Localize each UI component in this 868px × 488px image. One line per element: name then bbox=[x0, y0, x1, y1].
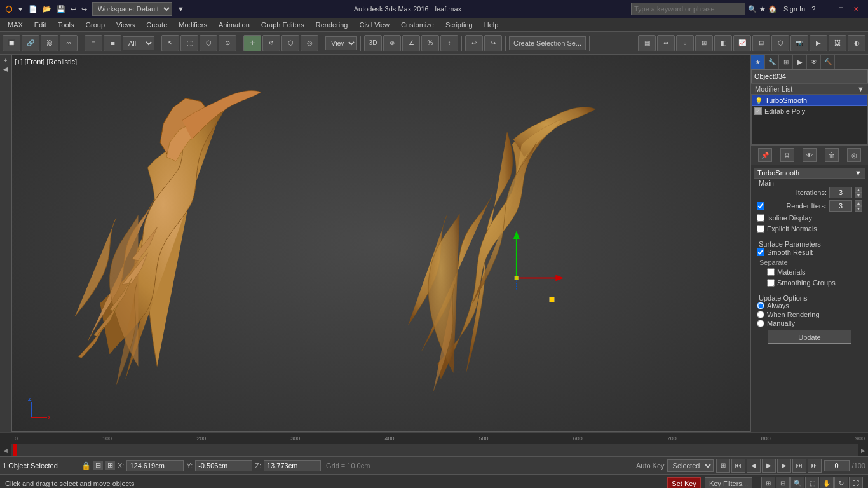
tab-create[interactable]: ★ bbox=[751, 55, 765, 69]
select-tool-btn[interactable]: ↖ bbox=[161, 35, 179, 51]
menu-tools[interactable]: Tools bbox=[53, 20, 79, 30]
nav-pan[interactable]: ✋ bbox=[820, 477, 834, 489]
menu-graph-editors[interactable]: Graph Editors bbox=[256, 20, 309, 30]
smoothing-groups-checkbox[interactable] bbox=[767, 279, 775, 287]
play-btn[interactable]: ▶ bbox=[762, 459, 776, 473]
set-key-btn[interactable]: Set Key bbox=[667, 477, 701, 489]
configure-btn[interactable]: ⚙ bbox=[780, 148, 794, 162]
star-icon[interactable]: ★ bbox=[759, 5, 766, 13]
z-coord-input[interactable] bbox=[264, 460, 321, 471]
undo-icon[interactable]: ↩ bbox=[71, 5, 76, 13]
pin-btn[interactable]: 📌 bbox=[758, 148, 772, 162]
undo-scene-btn[interactable]: ↩ bbox=[465, 35, 483, 51]
curve-editor-btn[interactable]: 📈 bbox=[733, 35, 751, 51]
nav-zoom-region[interactable]: ⬚ bbox=[805, 477, 819, 489]
smooth-result-checkbox[interactable] bbox=[757, 248, 764, 256]
freeform-btn[interactable]: ⬡ bbox=[200, 35, 217, 51]
timeline-expand[interactable]: ◀ bbox=[3, 447, 8, 454]
modifier-editable-poly[interactable]: ✓ Editable Poly bbox=[752, 106, 867, 116]
snap-toggle-btn[interactable]: ⊕ bbox=[383, 35, 401, 51]
filter-dropdown[interactable]: All bbox=[123, 36, 154, 50]
tab-utilities[interactable]: 🔨 bbox=[821, 55, 835, 69]
menu-rendering[interactable]: Rendering bbox=[311, 20, 353, 30]
select-object-btn[interactable]: 🔲 bbox=[3, 35, 20, 51]
search-input[interactable] bbox=[631, 3, 745, 15]
ts-collapse-icon[interactable]: ▼ bbox=[855, 169, 862, 177]
next-frame-btn[interactable]: ⏭ bbox=[792, 459, 806, 473]
materials-checkbox[interactable] bbox=[767, 268, 775, 276]
frame-input[interactable] bbox=[824, 460, 850, 471]
left-tool-1[interactable]: + bbox=[4, 57, 8, 64]
tab-motion[interactable]: ▶ bbox=[793, 55, 807, 69]
iterations-spinner[interactable]: ▲ ▼ bbox=[855, 187, 862, 198]
hierarchy-btn[interactable]: ⊞ bbox=[695, 35, 713, 51]
named-selection-btn[interactable]: ▦ bbox=[638, 35, 656, 51]
timeline-track[interactable] bbox=[11, 444, 858, 456]
tab-hierarchy[interactable]: ⊞ bbox=[779, 55, 793, 69]
paint-select-btn[interactable]: ⊙ bbox=[219, 35, 236, 51]
key-mode-btn[interactable]: ⊞ bbox=[716, 459, 730, 473]
prev-frame-btn[interactable]: ⏮ bbox=[731, 459, 745, 473]
last-frame-btn[interactable]: ⏭ bbox=[808, 459, 822, 473]
transform-type-icon[interactable]: ⊞ bbox=[105, 461, 115, 470]
absolute-mode-icon[interactable]: ⊟ bbox=[93, 461, 103, 470]
tab-modify[interactable]: 🔧 bbox=[765, 55, 779, 69]
menu-max[interactable]: MAX bbox=[3, 20, 28, 30]
new-icon[interactable]: 📄 bbox=[29, 5, 37, 13]
bind-space-warp-btn[interactable]: ∞ bbox=[60, 35, 78, 51]
save-icon[interactable]: 💾 bbox=[57, 5, 65, 13]
minimize-btn[interactable]: — bbox=[818, 5, 832, 13]
menu-animation[interactable]: Animation bbox=[214, 20, 255, 30]
lock-icon[interactable]: 🔒 bbox=[81, 461, 91, 470]
left-tool-2[interactable]: ◀ bbox=[3, 65, 8, 72]
iterations-up[interactable]: ▲ bbox=[855, 187, 862, 193]
always-radio[interactable] bbox=[757, 302, 764, 309]
isoline-checkbox[interactable] bbox=[757, 214, 764, 222]
x-coord-input[interactable] bbox=[126, 460, 184, 471]
rotate-btn[interactable]: ↺ bbox=[262, 35, 280, 51]
manually-radio[interactable] bbox=[757, 320, 764, 327]
workspace-dropdown[interactable]: Workspace: Default bbox=[92, 2, 172, 16]
next-key-btn[interactable]: ▶ bbox=[777, 459, 791, 473]
prev-key-btn[interactable]: ◀ bbox=[747, 459, 761, 473]
pct-snap-btn[interactable]: % bbox=[421, 35, 439, 51]
object-name-input[interactable]: Object034 bbox=[751, 69, 868, 83]
create-selection-btn[interactable]: Create Selection Se... bbox=[509, 36, 586, 50]
render-iters-checkbox[interactable] bbox=[757, 202, 764, 210]
selection-filter-btn[interactable]: ≡ bbox=[85, 35, 102, 51]
spinner-snap-btn[interactable]: ↕ bbox=[440, 35, 458, 51]
when-rendering-radio[interactable] bbox=[757, 311, 764, 318]
menu-civil-view[interactable]: Civil View bbox=[354, 20, 394, 30]
render-iters-up[interactable]: ▲ bbox=[855, 200, 862, 206]
home-icon[interactable]: 🏠 bbox=[768, 5, 777, 13]
angle-snap-btn[interactable]: ∠ bbox=[402, 35, 420, 51]
make-unique-btn[interactable]: ◎ bbox=[847, 148, 861, 162]
unlink-btn[interactable]: ⛓ bbox=[41, 35, 58, 51]
select-region-btn[interactable]: ⬚ bbox=[180, 35, 198, 51]
close-btn[interactable]: ✕ bbox=[850, 5, 863, 13]
select-link-btn[interactable]: 🔗 bbox=[22, 35, 39, 51]
scale-btn[interactable]: ⬡ bbox=[281, 35, 299, 51]
render-iters-spinner[interactable]: ▲ ▼ bbox=[855, 200, 862, 212]
timeline-end-btn[interactable]: ▶ bbox=[858, 447, 868, 454]
toggle-3d-btn[interactable]: 3D bbox=[364, 35, 382, 51]
menu-scripting[interactable]: Scripting bbox=[440, 20, 478, 30]
workspace-expand[interactable]: ▼ bbox=[177, 5, 184, 13]
layer-mgr-btn[interactable]: ◧ bbox=[714, 35, 732, 51]
nav-zoom-extents-all[interactable]: ⊟ bbox=[776, 477, 790, 489]
iterations-down[interactable]: ▼ bbox=[855, 193, 862, 198]
selection-filter2-btn[interactable]: ≣ bbox=[104, 35, 121, 51]
menu-modifiers[interactable]: Modifiers bbox=[173, 20, 212, 30]
show-result-btn[interactable]: 👁 bbox=[803, 148, 817, 162]
remove-modifier-btn[interactable]: 🗑 bbox=[825, 148, 839, 162]
sign-in-btn[interactable]: Sign In bbox=[780, 5, 809, 13]
key-filters-btn[interactable]: Key Filters... bbox=[705, 477, 752, 489]
help-icon[interactable]: ? bbox=[811, 5, 815, 13]
modifier-turbosmooth[interactable]: 💡 TurboSmooth bbox=[752, 95, 867, 106]
open-icon[interactable]: 📂 bbox=[43, 5, 51, 13]
nav-zoom-extents[interactable]: ⊞ bbox=[761, 477, 775, 489]
menu-group[interactable]: Group bbox=[81, 20, 111, 30]
quick-render-btn[interactable]: ▶ bbox=[810, 35, 827, 51]
nav-zoom[interactable]: 🔍 bbox=[790, 477, 804, 489]
selected-dropdown[interactable]: Selected bbox=[667, 459, 714, 472]
